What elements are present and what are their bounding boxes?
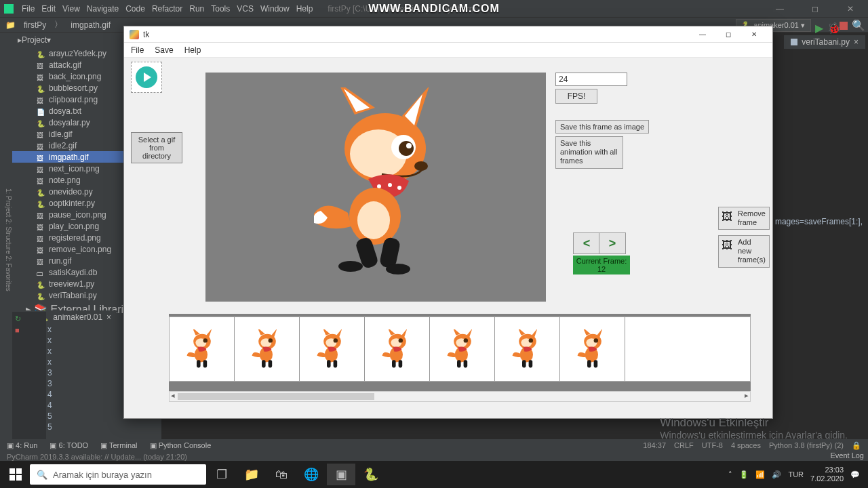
pycharm-logo-icon — [4, 4, 14, 14]
tk-menu-save[interactable]: Save — [155, 45, 173, 55]
fps-input[interactable] — [555, 73, 627, 86]
taskbar-clock[interactable]: 23:037.02.2020 — [810, 466, 844, 483]
pycharm-taskbar-icon[interactable]: ▣ — [327, 464, 355, 485]
tk-close-button[interactable]: ✕ — [741, 27, 767, 42]
editor-tab[interactable]: veriTabani.py× — [784, 35, 865, 49]
scrollbar-thumb[interactable] — [178, 393, 374, 400]
close-icon[interactable]: × — [854, 37, 859, 47]
left-tool-tabs[interactable]: 1: Project 2: Structure 2: Favorites — [0, 33, 12, 447]
debug-icon[interactable]: 🐞 — [827, 22, 835, 30]
remove-frame-button[interactable]: Remove frame — [718, 207, 770, 230]
chrome-icon[interactable]: 🌐 — [297, 464, 326, 485]
windows-taskbar: 🔍Aramak için buraya yazın ❐ 📁 🛍 🌐 ▣ 🐍 ˄ … — [0, 461, 868, 488]
volume-icon[interactable]: 🔊 — [772, 470, 781, 479]
ide-menu-code[interactable]: Code — [125, 4, 145, 14]
svg-rect-59 — [9, 475, 15, 481]
select-gif-button[interactable]: Select a gif from directory — [131, 132, 182, 163]
tree-item-label: imgpath.gif — [49, 152, 89, 162]
timeline-frame[interactable] — [430, 317, 495, 381]
svg-rect-25 — [262, 360, 266, 367]
event-log-link[interactable]: Event Log — [830, 451, 864, 460]
ide-menu-navigate[interactable]: Navigate — [87, 4, 119, 14]
tk-menu-help[interactable]: Help — [184, 45, 201, 55]
ide-menu-file[interactable]: File — [22, 4, 35, 14]
img-file-icon — [37, 176, 45, 184]
svg-rect-44 — [464, 360, 468, 367]
frame-thumbnail — [511, 329, 544, 370]
timeline-frame[interactable] — [495, 317, 560, 381]
tk-menu-file[interactable]: File — [131, 45, 144, 55]
bottom-tab[interactable]: ▣ 4: Run — [7, 441, 37, 450]
bottom-tab[interactable]: ▣ Terminal — [100, 441, 137, 450]
ide-menu-run[interactable]: Run — [189, 4, 204, 14]
run-icon[interactable]: ▶ — [815, 22, 823, 30]
battery-icon[interactable]: 🔋 — [739, 470, 749, 479]
stop-icon[interactable] — [840, 22, 848, 30]
timeline-frame[interactable] — [170, 317, 235, 381]
tk-maximize-button[interactable]: ◻ — [715, 27, 741, 42]
maximize-button[interactable]: ◻ — [802, 4, 829, 14]
ide-menu-view[interactable]: View — [62, 4, 80, 14]
taskbar-search[interactable]: 🔍Aramak için buraya yazın — [30, 464, 206, 485]
tk-minimize-button[interactable]: — — [690, 27, 715, 42]
svg-rect-55 — [587, 360, 591, 367]
tree-item-label: back_icon.png — [49, 72, 101, 81]
next-frame-button[interactable]: > — [599, 232, 626, 254]
svg-rect-57 — [9, 468, 15, 474]
close-button[interactable]: ✕ — [837, 4, 864, 14]
frame-thumbnail — [446, 329, 479, 370]
start-button[interactable] — [3, 464, 28, 485]
svg-rect-20 — [203, 360, 208, 367]
save-frame-button[interactable]: Save this frame as image — [555, 120, 649, 134]
play-button[interactable] — [131, 62, 162, 93]
ide-menu-vcs[interactable]: VCS — [237, 4, 254, 14]
lock-icon[interactable]: 🔒 — [852, 441, 861, 450]
save-animation-button[interactable]: Save this animation with all frames — [555, 136, 623, 169]
add-frame-button[interactable]: Add new frame(s) — [718, 235, 770, 268]
timeline-frame[interactable] — [235, 317, 300, 381]
minimize-button[interactable]: — — [766, 4, 793, 14]
stop-icon[interactable]: ■ — [15, 326, 43, 336]
ide-menu-window[interactable]: Window — [260, 4, 290, 14]
file-explorer-icon[interactable]: 📁 — [237, 464, 266, 485]
timeline-frame[interactable] — [365, 317, 430, 381]
svg-rect-50 — [529, 360, 533, 367]
python-file-icon — [791, 39, 797, 45]
svg-point-41 — [464, 338, 468, 342]
ide-menu-help[interactable]: Help — [296, 4, 313, 14]
frame-thumbnail — [251, 329, 283, 370]
breadcrumb-project[interactable]: firstPy — [20, 19, 50, 31]
ide-menu-edit[interactable]: Edit — [41, 4, 56, 14]
py-file-icon — [37, 119, 45, 127]
task-view-icon[interactable]: ❐ — [208, 464, 236, 485]
ide-menu-tools[interactable]: Tools — [211, 4, 230, 14]
bottom-tab[interactable]: ▣ 6: TODO — [50, 441, 88, 450]
svg-rect-38 — [399, 360, 403, 367]
notifications-icon[interactable]: 💬 — [850, 470, 860, 479]
breadcrumb-file[interactable]: imgpath.gif — [66, 19, 115, 31]
tree-item-label: veriTabani.py — [49, 291, 97, 300]
timeline-frame[interactable] — [300, 317, 365, 381]
windows-activation-watermark: Windows'u Etkinleştir Windows'u etkinleş… — [660, 416, 848, 441]
svg-rect-37 — [392, 360, 396, 367]
prev-frame-button[interactable]: < — [573, 232, 600, 254]
wifi-icon[interactable]: 📶 — [755, 470, 765, 479]
language-indicator[interactable]: TUR — [788, 470, 804, 479]
fps-button[interactable]: FPS! — [555, 89, 597, 104]
chevron-up-icon[interactable]: ˄ — [728, 470, 732, 479]
preview-canvas — [205, 73, 546, 302]
ide-menu-refactor[interactable]: Refactor — [152, 4, 182, 14]
img-file-icon — [37, 153, 45, 161]
close-icon[interactable]: × — [106, 312, 111, 322]
update-notice[interactable]: PyCharm 2019.3.3 available: // Update...… — [0, 452, 868, 462]
rerun-icon[interactable]: ↻ — [15, 314, 43, 324]
timeline-scrollbar[interactable] — [169, 391, 751, 402]
system-tray[interactable]: ˄ 🔋 📶 🔊 TUR 23:037.02.2020 💬 — [728, 466, 865, 483]
timeline-frame[interactable] — [560, 317, 625, 381]
bottom-tab[interactable]: ▣ Python Console — [150, 441, 212, 450]
tk-titlebar[interactable]: tk — ◻ ✕ — [124, 26, 772, 43]
svg-rect-60 — [16, 475, 22, 481]
python-taskbar-icon[interactable]: 🐍 — [357, 464, 385, 485]
search-icon[interactable]: 🔍 — [852, 19, 865, 32]
store-icon[interactable]: 🛍 — [267, 464, 296, 485]
